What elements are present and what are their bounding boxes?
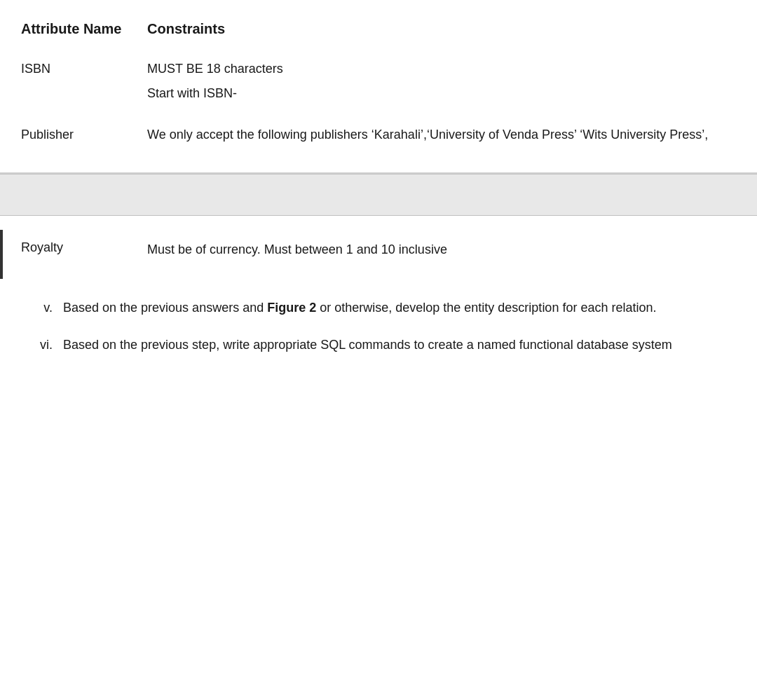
top-section: Attribute Name Constraints ISBN MUST BE … [0,0,757,174]
col-header-attribute: Attribute Name [14,14,140,51]
publisher-constraint-1: We only accept the following publishers … [147,125,736,144]
isbn-constraint-1: MUST BE 18 characters [147,60,736,78]
figure2-bold: Figure 2 [267,301,316,315]
isbn-constraint-2: Start with ISBN- [147,84,736,103]
constraints-isbn: MUST BE 18 characters Start with ISBN- [140,51,743,117]
bottom-section: Royalty Must be of currency. Must betwee… [0,216,757,393]
royalty-label: Royalty [21,240,147,255]
left-border-bottom [0,230,3,279]
list-numeral-v: v. [21,298,63,318]
col-header-constraints: Constraints [140,14,743,51]
list-item-vi: vi. Based on the previous step, write ap… [21,335,736,355]
attribute-table: Attribute Name Constraints ISBN MUST BE … [14,14,743,158]
constraints-publisher: We only accept the following publishers … [140,117,743,158]
royalty-row: Royalty Must be of currency. Must betwee… [14,230,743,270]
section-divider [0,174,757,216]
royalty-constraint: Must be of currency. Must between 1 and … [147,240,736,259]
table-row-isbn: ISBN MUST BE 18 characters Start with IS… [14,51,743,117]
list-numeral-vi: vi. [21,335,63,355]
list-item-v: v. Based on the previous answers and Fig… [21,298,736,318]
list-text-vi: Based on the previous step, write approp… [63,335,736,355]
list-section: v. Based on the previous answers and Fig… [14,291,743,379]
attr-name-publisher: Publisher [14,117,140,158]
table-row-publisher: Publisher We only accept the following p… [14,117,743,158]
list-text-v: Based on the previous answers and Figure… [63,298,736,318]
attr-name-isbn: ISBN [14,51,140,117]
